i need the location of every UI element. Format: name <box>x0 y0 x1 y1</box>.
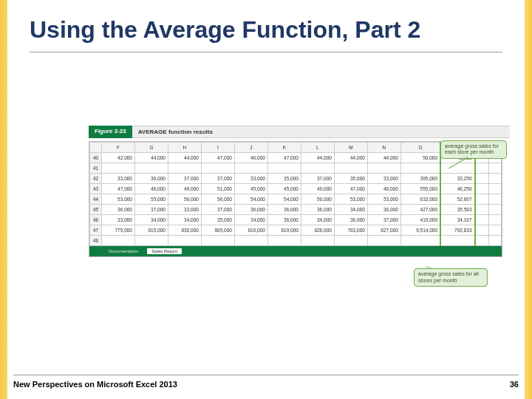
cell <box>488 205 501 215</box>
cell: 33,000 <box>234 174 267 184</box>
cell: 46,250 <box>440 184 474 194</box>
figure-caption: AVERAGE function results <box>132 126 510 138</box>
tab-sales-report[interactable]: Sales Report <box>147 248 182 254</box>
cell: 56,000 <box>168 194 201 205</box>
cell: 427,000 <box>400 205 440 215</box>
cell <box>234 236 267 246</box>
cell <box>488 225 501 236</box>
cell: 34,167 <box>440 215 474 225</box>
figure-label: Figure 2-23 <box>89 126 132 138</box>
cell: 51,000 <box>201 184 234 194</box>
cell <box>234 163 267 174</box>
cell <box>488 215 501 225</box>
page-number: 36 <box>510 380 519 389</box>
cell: 33,250 <box>440 174 474 184</box>
cell: 47,000 <box>267 153 301 163</box>
row-header: 46 <box>90 215 102 225</box>
cell: 47,000 <box>334 184 367 194</box>
cell <box>301 163 334 174</box>
cell: 54,000 <box>234 194 267 205</box>
cell: 45,000 <box>267 184 301 194</box>
cell <box>475 225 489 236</box>
cell: 49,000 <box>168 184 201 194</box>
cell: 55,000 <box>134 194 168 205</box>
cell <box>201 163 234 174</box>
cell: 45,000 <box>234 184 267 194</box>
cell: 33,000 <box>102 215 135 225</box>
cell: 37,000 <box>168 174 201 184</box>
corner-cell <box>90 143 102 153</box>
tab-documentation[interactable]: Documentation <box>104 248 143 254</box>
cell <box>488 174 501 184</box>
cell: 53,000 <box>367 194 400 205</box>
figure-header: Figure 2-23 AVERAGE function results <box>89 126 510 138</box>
cell <box>475 163 489 174</box>
row-header: 47 <box>90 225 102 236</box>
cell: 33,000 <box>102 174 135 184</box>
row-header: 43 <box>90 184 102 194</box>
cell: 792,833 <box>440 225 474 236</box>
cell <box>400 236 440 246</box>
cell: 44,000 <box>367 153 400 163</box>
cell <box>475 215 489 225</box>
cell <box>488 163 501 174</box>
cell: 35,000 <box>201 215 234 225</box>
row-header: 41 <box>90 163 102 174</box>
gold-bar-left <box>0 0 7 399</box>
cell: 44,000 <box>301 153 334 163</box>
cell: 37,000 <box>134 205 168 215</box>
cell: 46,000 <box>234 153 267 163</box>
cell: 34,000 <box>334 205 367 215</box>
cell <box>168 236 201 246</box>
spreadsheet: F G H I J K L M N O P Q R 4042,00044,000… <box>89 141 502 257</box>
cell: 37,000 <box>201 174 234 184</box>
cell: 36,000 <box>334 215 367 225</box>
table-row: 47775,000815,000830,000865,000816,000819… <box>90 225 502 236</box>
cell <box>102 163 135 174</box>
cell: 47,000 <box>201 153 234 163</box>
cell <box>267 163 301 174</box>
column-header-row: F G H I J K L M N O P Q R <box>90 143 502 153</box>
cell: 47,000 <box>102 184 135 194</box>
cell <box>301 236 334 246</box>
cell: 56,000 <box>301 194 334 205</box>
row-header: 40 <box>90 153 102 163</box>
cell: 33,000 <box>168 205 201 215</box>
table-row: 41 <box>90 163 502 174</box>
cell <box>102 236 135 246</box>
cell <box>475 236 489 246</box>
cell: 819,000 <box>267 225 301 236</box>
cell <box>201 236 234 246</box>
cell: 9,514,000 <box>400 225 440 236</box>
cell: 37,000 <box>301 174 334 184</box>
footer-rule <box>13 375 519 375</box>
cell: 36,000 <box>102 205 135 215</box>
cell: 53,000 <box>102 194 135 205</box>
cell: 54,000 <box>267 194 301 205</box>
cell <box>475 174 489 184</box>
cell: 56,000 <box>201 194 234 205</box>
cell <box>400 163 440 174</box>
figure-container: Figure 2-23 AVERAGE function results ave… <box>89 126 510 257</box>
cell <box>488 184 501 194</box>
cell: 49,000 <box>301 184 334 194</box>
cell: 816,000 <box>234 225 267 236</box>
gold-bar-right <box>525 0 532 399</box>
cell <box>334 236 367 246</box>
cell: 50,000 <box>400 153 440 163</box>
callout-bottom: average gross sales for all stores per m… <box>414 268 488 287</box>
cell <box>440 163 474 174</box>
cell: 52,667 <box>440 194 474 205</box>
cell <box>475 194 489 205</box>
cell <box>134 163 168 174</box>
cell <box>488 194 501 205</box>
cell: 36,000 <box>267 215 301 225</box>
cell: 36,000 <box>267 205 301 215</box>
cell: 42,000 <box>102 153 135 163</box>
cell: 827,000 <box>367 225 400 236</box>
cell: 37,000 <box>201 205 234 215</box>
cell: 395,000 <box>400 174 440 184</box>
cell: 783,000 <box>334 225 367 236</box>
cell: 33,000 <box>367 174 400 184</box>
row-header: 45 <box>90 205 102 215</box>
